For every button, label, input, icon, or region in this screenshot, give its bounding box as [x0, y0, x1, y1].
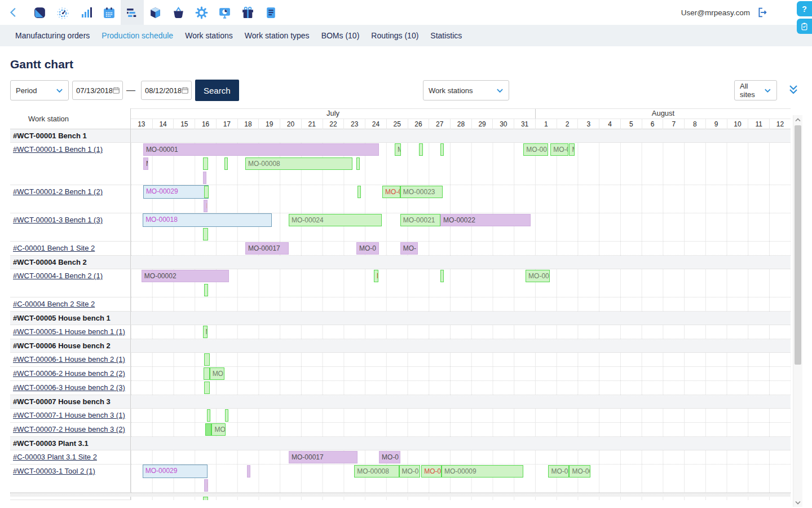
gantt-bar[interactable]: MO-00001	[143, 143, 379, 156]
gantt-bar[interactable]: MO-0	[550, 143, 568, 156]
gantt-bar[interactable]	[356, 157, 360, 170]
statistics-button[interactable]	[74, 0, 98, 25]
back-button[interactable]	[0, 0, 28, 25]
perks-button[interactable]	[236, 0, 259, 25]
gantt-bar[interactable]: M	[143, 157, 148, 170]
calendar-small-icon[interactable]	[181, 86, 189, 94]
procurement-button[interactable]	[167, 0, 190, 25]
station-link[interactable]: #WCT-00001-1 Bench 1 (1)	[13, 145, 103, 154]
calendar-small-icon[interactable]	[112, 86, 120, 94]
date-to-input[interactable]: 08/12/2018	[141, 81, 192, 100]
vertical-scrollbar[interactable]	[793, 115, 802, 507]
station-link[interactable]: #WCT-00006-1 House bench 2 (1)	[13, 355, 125, 364]
scroll-down-arrow[interactable]	[793, 498, 802, 507]
calendar-button[interactable]	[98, 0, 121, 25]
tab-routings-10[interactable]: Routings (10)	[371, 31, 418, 40]
tasks-button[interactable]	[797, 19, 812, 34]
tab-manufacturing-orders[interactable]: Manufacturing orders	[15, 31, 90, 40]
gantt-bar[interactable]: MO-00022	[440, 214, 531, 226]
gantt-bar[interactable]	[419, 143, 422, 156]
gantt-bar[interactable]	[247, 465, 250, 478]
gantt-bar[interactable]	[204, 367, 210, 380]
gantt-bar[interactable]	[204, 284, 208, 296]
gantt-bar[interactable]: MO-0	[421, 465, 442, 478]
gantt-bar[interactable]: MO-00017	[245, 242, 289, 255]
gantt-bar[interactable]: MO	[210, 367, 224, 380]
gantt-bar[interactable]: MO-0	[399, 465, 421, 478]
station-link[interactable]: #WCT-00001-2 Bench 1 (2)	[13, 187, 103, 196]
gantt-bar[interactable]: MO-0	[379, 451, 400, 463]
gantt-bar[interactable]: M	[569, 143, 574, 156]
gantt-bar[interactable]: MO-00	[569, 465, 590, 478]
scroll-up-arrow[interactable]	[793, 115, 802, 124]
stock-button[interactable]	[144, 0, 167, 25]
gantt-bar[interactable]: MO-00008	[245, 157, 352, 170]
gantt-bar[interactable]	[204, 382, 210, 394]
gantt-bar[interactable]: M	[204, 479, 208, 492]
documents-button[interactable]	[259, 0, 283, 25]
gantt-bar[interactable]: MO-0	[356, 242, 379, 255]
gantt-bar[interactable]: M	[374, 270, 378, 282]
scrollbar-thumb[interactable]	[795, 125, 801, 365]
gantt-bar[interactable]: MO-00002	[142, 270, 229, 282]
station-link[interactable]: #WCT-00004-1 Bench 2 (1)	[13, 271, 103, 280]
gantt-bar[interactable]	[204, 186, 209, 198]
gantt-bar[interactable]	[207, 409, 210, 422]
period-select[interactable]: Period	[10, 80, 69, 100]
app-logo-button[interactable]	[28, 0, 51, 25]
station-link[interactable]: #C-00001 Bench 1 Site 2	[13, 244, 95, 252]
gantt-bar[interactable]	[204, 353, 210, 366]
help-button[interactable]: ?	[797, 1, 812, 16]
gantt-bar[interactable]: MO-0	[548, 465, 569, 478]
gantt-bar[interactable]: MO-00021	[400, 214, 440, 226]
gantt-bar[interactable]	[440, 143, 444, 156]
gantt-bar[interactable]	[203, 157, 208, 170]
station-link[interactable]: #WCT-00007-2 House bench 3 (2)	[13, 425, 125, 433]
tab-statistics[interactable]: Statistics	[430, 31, 462, 40]
station-link[interactable]: #WCT-00006-3 House bench 2 (3)	[13, 383, 125, 392]
station-link[interactable]: #WCT-00005-1 House bench 1 (1)	[13, 327, 125, 336]
tab-production-schedule[interactable]: Production schedule	[102, 31, 173, 40]
date-from-input[interactable]: 07/13/2018	[72, 81, 123, 100]
tab-boms-10[interactable]: BOMs (10)	[321, 31, 360, 40]
gantt-bar[interactable]: M	[204, 200, 208, 212]
gantt-bar[interactable]	[203, 228, 208, 240]
station-link[interactable]: #C-00004 Bench 2 Site 2	[13, 300, 95, 308]
dashboard-button[interactable]	[51, 0, 74, 25]
gantt-bar[interactable]	[205, 423, 211, 436]
station-link[interactable]: #C-00003 Plant 3.1 Site 2	[13, 453, 97, 461]
gantt-bar[interactable]: M	[203, 326, 208, 338]
search-button[interactable]: Search	[195, 80, 239, 101]
crm-button[interactable]	[213, 0, 236, 25]
gantt-bar[interactable]: MO-00018	[143, 213, 272, 227]
tab-work-station-types[interactable]: Work station types	[245, 31, 310, 40]
gantt-bar[interactable]: MO-00029	[143, 465, 208, 478]
gantt-bar[interactable]	[225, 409, 228, 422]
gantt-bar[interactable]: MO-00009	[442, 465, 523, 478]
site-select[interactable]: All sites	[734, 80, 777, 100]
double-chevron-down-icon[interactable]	[788, 85, 798, 95]
gantt-bar[interactable]	[224, 157, 228, 170]
gantt-bar[interactable]: MO-00017	[289, 451, 358, 463]
station-link[interactable]: #WCT-00006-2 House bench 2 (2)	[13, 369, 125, 378]
gantt-bar[interactable]	[440, 270, 444, 282]
group-by-select[interactable]: Work stations	[423, 80, 509, 100]
gantt-bar[interactable]: MO-00	[523, 143, 548, 156]
gantt-bar[interactable]	[203, 497, 208, 500]
gantt-bar[interactable]: M	[395, 143, 401, 156]
gantt-bar[interactable]: MO-00	[526, 270, 550, 282]
gantt-bar[interactable]: MO-00023	[400, 186, 443, 198]
gantt-bar[interactable]: MO-0	[382, 186, 400, 198]
gantt-bar[interactable]: MO-00008	[354, 465, 399, 478]
station-link[interactable]: #WCT-00007-1 House bench 3 (1)	[13, 411, 125, 419]
gantt-bar[interactable]: MO-00029	[143, 185, 209, 199]
gantt-bar[interactable]: MO-00024	[289, 214, 382, 226]
logout-icon[interactable]	[756, 6, 768, 19]
production-schedule-button[interactable]	[121, 0, 144, 25]
gantt-bar[interactable]: MO-	[400, 242, 418, 255]
gantt-bar[interactable]	[203, 172, 206, 184]
gantt-bar[interactable]	[358, 186, 361, 198]
tab-work-stations[interactable]: Work stations	[185, 31, 233, 40]
station-link[interactable]: #WCT-00003-1 Tool 2 (1)	[13, 467, 95, 475]
station-link[interactable]: #WCT-00001-3 Bench 1 (3)	[13, 216, 103, 224]
